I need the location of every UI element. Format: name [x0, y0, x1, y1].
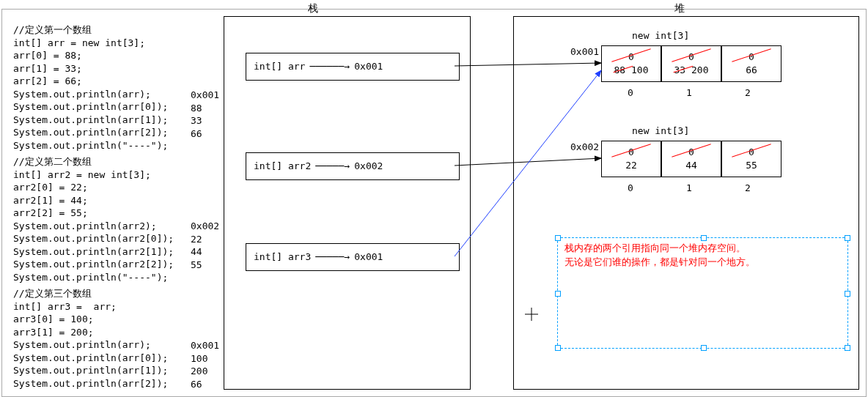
cell-init: 0: [628, 51, 634, 62]
cell-index: 2: [718, 86, 777, 100]
cell-index: 2: [718, 182, 777, 195]
heap-addr-1: 0x001: [570, 45, 599, 59]
output-block-2: 0x002 22 44 55: [191, 220, 219, 271]
arrow-icon: ──────→: [309, 60, 350, 73]
arrow-icon: ─────→: [315, 160, 350, 173]
note-line-1: 栈内存的两个引用指向同一个堆内存空间。: [564, 242, 755, 256]
cell-index: 0: [601, 182, 660, 195]
selection-handle-icon: [845, 291, 850, 297]
stack-var-arr: int[] arr ──────→ 0x001: [246, 53, 460, 81]
code-block-2: //定义第二个数组 int[] arr2 = new int[3]; arr2[…: [13, 155, 218, 283]
selection-handle-icon: [845, 345, 850, 351]
heap-cells-1: 0 88 100 0 33 200 0 66: [601, 45, 781, 82]
heap-cell: 0 66: [721, 45, 781, 82]
var-addr: 0x002: [354, 160, 383, 173]
cell-init: 0: [628, 146, 634, 157]
heap-idx-1: 0 1 2: [601, 82, 777, 100]
cell-init: 0: [688, 51, 694, 62]
cell-index: 0: [601, 86, 660, 100]
output-block-3: 0x001 100 200 66: [191, 339, 219, 390]
var-name: int[] arr: [254, 60, 305, 73]
cell-new: 100: [631, 64, 648, 75]
cell-index: 1: [660, 86, 718, 100]
stack-var-arr3: int[] arr3 ─────→ 0x001: [246, 243, 460, 271]
var-addr: 0x001: [354, 251, 383, 264]
cell-index: 1: [660, 182, 718, 195]
var-name: int[] arr2: [254, 160, 311, 173]
cell-init: 0: [749, 51, 754, 62]
heap-label-2: new int[3]: [632, 125, 689, 138]
note-text: 栈内存的两个引用指向同一个堆内存空间。 无论是它们谁的操作，都是针对同一个地方。: [564, 242, 755, 270]
cell-init: 0: [749, 146, 754, 157]
heap-title: 堆: [674, 1, 685, 15]
selection-handle-icon: [701, 345, 707, 351]
arrow-icon: ─────→: [315, 251, 350, 264]
selection-handle-icon: [845, 235, 850, 241]
heap-addr-2: 0x002: [570, 141, 599, 154]
code-block-1: //定义第一个数组 int[] arr = new int[3]; arr[0]…: [13, 23, 218, 152]
heap-cell: 0 44: [661, 141, 721, 177]
note-line-2: 无论是它们谁的操作，都是针对同一个地方。: [564, 256, 755, 270]
selection-handle-icon: [701, 235, 707, 241]
cell-new: 44: [685, 160, 697, 171]
code-block-3: //定义第三个数组 int[] arr3 = arr; arr3[0] = 10…: [13, 287, 218, 390]
heap-cells-2: 0 22 0 44 0 55: [601, 141, 781, 177]
heap-idx-2: 0 1 2: [601, 177, 777, 195]
heap-label-1: new int[3]: [632, 29, 689, 42]
selection-handle-icon: [555, 291, 561, 297]
selection-handle-icon: [555, 235, 561, 241]
stack-var-arr2: int[] arr2 ─────→ 0x002: [246, 152, 460, 180]
cell-new: 22: [625, 160, 637, 171]
heap-cell: 0 55: [721, 141, 781, 177]
var-name: int[] arr3: [254, 251, 311, 264]
cell-init: 0: [688, 146, 694, 157]
cell-new: 66: [746, 64, 757, 75]
selection-handle-icon: [555, 345, 561, 351]
heap-cell: 0 22: [601, 141, 661, 177]
cell-new: 200: [691, 64, 708, 75]
stack-title: 栈: [308, 1, 318, 15]
cell-new: 55: [746, 160, 757, 171]
output-block-1: 0x001 88 33 66: [191, 89, 219, 140]
page: 栈 堆 //定义第一个数组 int[] arr = new int[3]; ar…: [0, 0, 868, 397]
var-addr: 0x001: [354, 60, 383, 73]
heap-cell: 0 33 200: [661, 45, 721, 82]
heap-cell: 0 88 100: [601, 45, 661, 82]
